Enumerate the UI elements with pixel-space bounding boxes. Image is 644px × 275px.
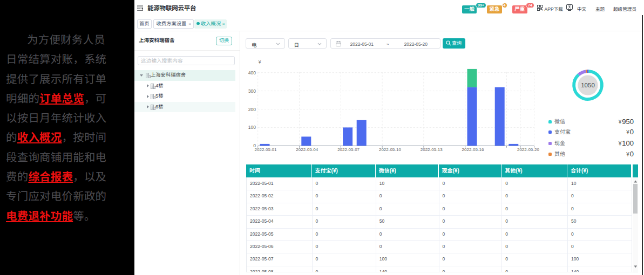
- svg-text:300: 300: [248, 88, 256, 94]
- svg-text:400: 400: [248, 70, 256, 75]
- svg-text:2022-05-13: 2022-05-13: [421, 147, 443, 152]
- svg-text:¥: ¥: [258, 59, 261, 65]
- svg-text:2022-05-04: 2022-05-04: [296, 147, 318, 152]
- svg-text:2022-05-10: 2022-05-10: [379, 147, 401, 152]
- svg-text:200: 200: [248, 107, 256, 112]
- svg-text:2022-05-07: 2022-05-07: [337, 147, 360, 152]
- svg-text:2022-05-01: 2022-05-01: [255, 147, 277, 152]
- svg-text:2022-05-16: 2022-05-16: [462, 147, 484, 152]
- svg-text:1050: 1050: [581, 82, 595, 88]
- svg-text:2022-05-20: 2022-05-20: [517, 147, 539, 152]
- svg-text:100: 100: [248, 125, 256, 130]
